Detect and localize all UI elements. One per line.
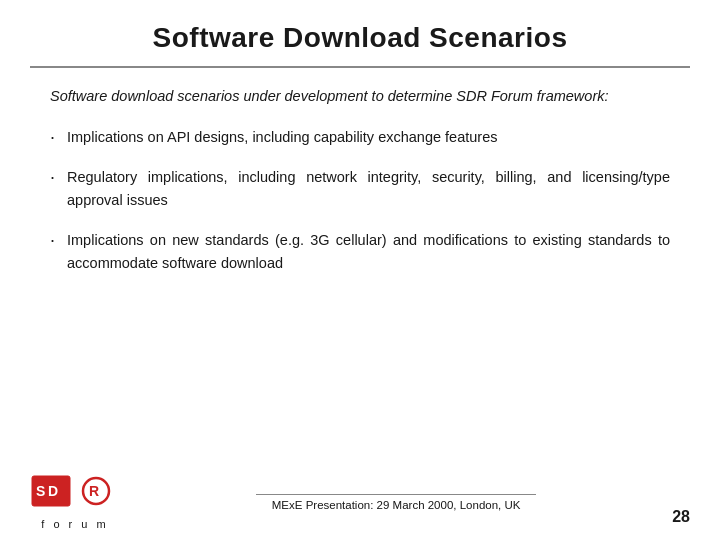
svg-text:R: R (89, 483, 99, 499)
bullet-item-1: · Implications on API designs, including… (50, 126, 670, 148)
bullet-text-2: Regulatory implications, including netwo… (67, 166, 670, 211)
bullet-dot-1: · (50, 127, 55, 148)
bullet-dot-3: · (50, 230, 55, 251)
slide-header: Software Download Scenarios (0, 0, 720, 66)
sdr-logo-svg: S D R (30, 474, 120, 516)
slide-title: Software Download Scenarios (40, 22, 680, 54)
svg-text:D: D (48, 483, 58, 499)
footer-divider (256, 494, 536, 495)
slide-content: Software download scenarios under develo… (0, 68, 720, 302)
footer-logo: S D R f o r u m (30, 474, 120, 530)
logo-label: f o r u m (41, 518, 108, 530)
slide-footer: S D R f o r u m MExE Presentation: 29 Ma… (0, 466, 720, 540)
bullet-text-1: Implications on API designs, including c… (67, 126, 497, 148)
slide: Software Download Scenarios Software dow… (0, 0, 720, 540)
intro-paragraph: Software download scenarios under develo… (50, 86, 670, 108)
page-number: 28 (672, 508, 690, 530)
svg-text:S: S (36, 483, 45, 499)
footer-center: MExE Presentation: 29 March 2000, London… (140, 494, 652, 511)
footer-caption: MExE Presentation: 29 March 2000, London… (272, 499, 521, 511)
bullet-text-3: Implications on new standards (e.g. 3G c… (67, 229, 670, 274)
bullet-item-3: · Implications on new standards (e.g. 3G… (50, 229, 670, 274)
bullet-dot-2: · (50, 167, 55, 188)
bullet-item-2: · Regulatory implications, including net… (50, 166, 670, 211)
